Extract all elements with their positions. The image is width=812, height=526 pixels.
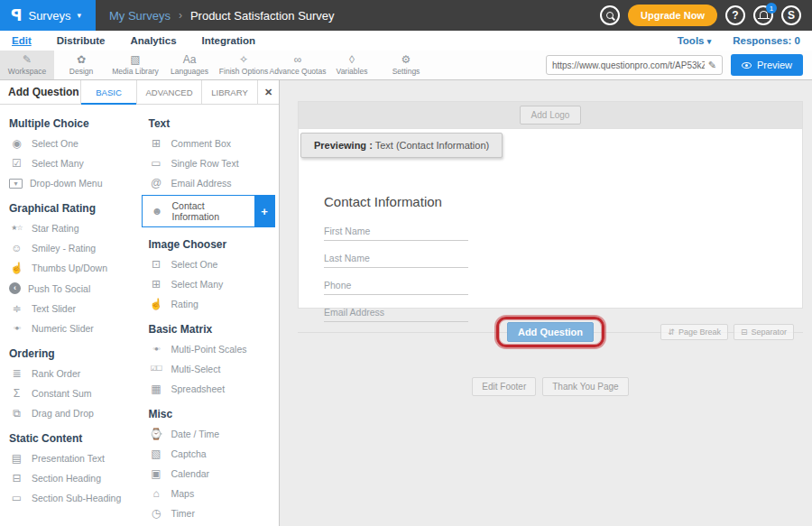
page-break-button[interactable]: ⇵Page Break — [660, 324, 728, 340]
nav-tab-analytics[interactable]: Analytics — [130, 35, 176, 46]
notifications-button[interactable]: 1 — [753, 5, 773, 25]
help-button[interactable]: ? — [725, 5, 745, 25]
single-row-text-icon: ▭ — [149, 158, 164, 169]
survey-url-box[interactable]: https://www.questionpro.com/t/AP53kZgUI … — [546, 55, 723, 75]
question-type-maps[interactable]: ⌂Maps — [140, 484, 280, 503]
star-rating-icon: ★☆ — [9, 223, 24, 234]
question-type-label: Select Many — [171, 279, 224, 290]
timer-icon: ◷ — [149, 508, 164, 519]
nav-tab-edit[interactable]: Edit — [12, 35, 32, 46]
toolbar-item-advance-quotas[interactable]: ∞Advance Quotas — [271, 51, 325, 79]
question-type-email-address[interactable]: @Email Address — [140, 173, 280, 193]
question-type-label: Text Slider — [32, 303, 76, 314]
section-nav-items: EditDistributeAnalyticsIntegration — [12, 35, 255, 46]
question-type-label: Constant Sum — [32, 388, 92, 399]
question-type-label: Comment Box — [171, 138, 232, 149]
thumbs-up-down-icon: ☝ — [9, 263, 24, 273]
question-type-drag-and-drop[interactable]: ⧉Drag and Drop — [0, 403, 140, 423]
question-type-section-sub-heading[interactable]: ▭Section Sub-Heading — [0, 488, 140, 508]
question-type-calendar[interactable]: ▣Calendar — [140, 464, 280, 484]
variables-tag-icon: ◊ — [349, 54, 355, 66]
nav-tab-integration[interactable]: Integration — [202, 35, 255, 46]
toolbar-item-settings[interactable]: ⚙Settings — [379, 51, 433, 79]
question-type-timer[interactable]: ◷Timer — [140, 503, 280, 523]
question-type-select-one[interactable]: ◉Select One — [0, 134, 140, 153]
toolbar-item-workspace[interactable]: ✎Workspace — [0, 51, 54, 79]
toolbar-item-label: Workspace — [8, 67, 46, 76]
header-actions: Upgrade Now ? 1 S — [600, 0, 812, 31]
question-type-comment-box[interactable]: ⊞Comment Box — [140, 134, 280, 153]
add-question-button[interactable]: Add Question — [507, 322, 594, 342]
breadcrumb-survey-title: Product Satisfaction Survey — [190, 9, 335, 23]
section-nav-right: Tools ▾ Responses: 0 — [678, 35, 800, 46]
user-avatar[interactable]: S — [781, 5, 801, 25]
question-type-rating[interactable]: ☝Rating — [140, 294, 280, 314]
question-type-star-rating[interactable]: ★☆Star Rating — [0, 218, 140, 238]
toolbar-item-languages[interactable]: AaLanguages — [162, 51, 217, 79]
question-type-push-to-social[interactable]: ‹Push To Social — [0, 278, 140, 299]
add-question-panel: Add Question BASIC ADVANCED LIBRARY ✕ Mu… — [0, 80, 280, 526]
question-type-numeric-slider[interactable]: ◦●◦Numeric Slider — [0, 318, 140, 338]
tab-basic[interactable]: BASIC — [80, 80, 136, 104]
edit-url-pencil-icon[interactable]: ✎ — [708, 60, 716, 71]
question-type-smiley-rating[interactable]: ☺Smiley - Rating — [0, 238, 140, 258]
surveys-app-menu[interactable]: P Surveys ▾ — [0, 0, 96, 31]
question-type-label: Multi-Select — [171, 364, 221, 374]
question-type-captcha[interactable]: ▧Captcha — [140, 444, 280, 464]
question-type-thumbs-up-down[interactable]: ☝Thumbs Up/Down — [0, 258, 140, 278]
page-tools: ⇵Page Break ⊟Separator — [660, 324, 794, 340]
question-type-constant-sum[interactable]: ΣConstant Sum — [0, 383, 140, 403]
upgrade-now-button[interactable]: Upgrade Now — [628, 5, 717, 26]
previewing-value: Text (Contact Information) — [373, 140, 489, 151]
questionpro-survey-editor: P Surveys ▾ My Surveys › Product Satisfa… — [0, 0, 812, 526]
toolbar-item-media-library[interactable]: ▧Media Library — [108, 51, 162, 79]
thank-you-page-button[interactable]: Thank You Page — [542, 377, 628, 396]
form-field-last-name[interactable]: Last Name — [324, 247, 468, 268]
survey-preview-panel: Previewing : Text (Contact Information) … — [298, 128, 803, 309]
question-type-label: Drag and Drop — [32, 408, 94, 419]
nav-tab-distribute[interactable]: Distribute — [57, 35, 106, 46]
question-type-select-many[interactable]: ⊞Select Many — [140, 274, 280, 294]
edit-footer-button[interactable]: Edit Footer — [472, 377, 536, 396]
responses-count-link[interactable]: Responses: 0 — [733, 35, 800, 46]
add-logo-button[interactable]: Add Logo — [520, 106, 582, 125]
form-field-first-name[interactable]: First Name — [324, 220, 468, 241]
question-type-contact-information[interactable]: ☻Contact Information+ — [142, 195, 276, 227]
rank-order-icon: ≣ — [9, 368, 24, 379]
question-type-label: Section Heading — [32, 473, 101, 484]
maps-icon: ⌂ — [149, 488, 164, 499]
add-contact-information-plus-button[interactable]: + — [254, 196, 274, 226]
toolbar-item-variables[interactable]: ◊Variables — [325, 51, 379, 79]
question-type-date-time[interactable]: ⌚Date / Time — [140, 424, 280, 444]
tab-advanced[interactable]: ADVANCED — [136, 80, 201, 104]
question-type-presentation-text[interactable]: ▤Presentation Text — [0, 448, 140, 468]
footer-actions: Edit Footer Thank You Page — [298, 377, 803, 396]
question-type-spreadsheet[interactable]: ▦Spreadsheet — [140, 379, 280, 399]
tools-menu[interactable]: Tools ▾ — [678, 35, 712, 46]
question-type-drop-down-menu[interactable]: ▾Drop-down Menu — [0, 173, 140, 193]
form-field-phone[interactable]: Phone — [324, 274, 468, 295]
question-type-multi-point-scales[interactable]: ◦●◦Multi-Point Scales — [140, 339, 280, 359]
question-type-label: Thumbs Up/Down — [32, 263, 107, 273]
question-type-multi-select[interactable]: ☑☐Multi-Select — [140, 359, 280, 379]
toolbar-item-design[interactable]: ✿Design — [54, 51, 108, 79]
image-rating-icon: ☝ — [149, 299, 164, 309]
separator-button[interactable]: ⊟Separator — [734, 324, 794, 340]
section-heading: Multiple Choice — [0, 108, 140, 134]
close-panel-button[interactable]: ✕ — [257, 80, 279, 104]
section-multiple-choice: Multiple Choice◉Select One☑Select Many▾D… — [0, 108, 140, 193]
toolbar-item-label: Advance Quotas — [270, 67, 327, 76]
question-type-text-slider[interactable]: ≑Text Slider — [0, 299, 140, 318]
question-type-select-one[interactable]: ⊡Select One — [140, 254, 280, 274]
toolbar-item-finish-options[interactable]: ✧Finish Options — [217, 51, 271, 79]
search-button[interactable] — [600, 5, 620, 25]
breadcrumb-my-surveys[interactable]: My Surveys — [109, 9, 171, 23]
main-area: Add Question BASIC ADVANCED LIBRARY ✕ Mu… — [0, 80, 812, 526]
question-type-single-row-text[interactable]: ▭Single Row Text — [140, 153, 280, 173]
question-type-select-many[interactable]: ☑Select Many — [0, 153, 140, 173]
section-heading: Text — [140, 108, 280, 134]
question-type-rank-order[interactable]: ≣Rank Order — [0, 364, 140, 383]
tab-library[interactable]: LIBRARY — [201, 80, 257, 104]
preview-button[interactable]: Preview — [731, 54, 803, 76]
question-type-section-heading[interactable]: ⊟Section Heading — [0, 468, 140, 488]
